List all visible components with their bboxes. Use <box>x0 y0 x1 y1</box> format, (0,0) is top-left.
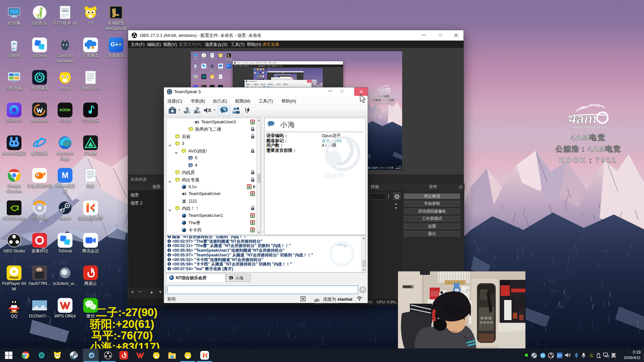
svg-text:FOUR ANGRY MEN 4: FOUR ANGRY MEN 4 <box>573 126 607 129</box>
svg-text:A: A <box>230 277 232 280</box>
svg-text:team: team <box>324 170 344 180</box>
svg-text:FOUR ANGRY MEN 4: FOUR ANGRY MEN 4 <box>379 93 390 94</box>
svg-text:G+: G+ <box>557 354 562 357</box>
svg-text:4am: 4am <box>568 111 597 127</box>
svg-text:G+: G+ <box>374 167 375 169</box>
